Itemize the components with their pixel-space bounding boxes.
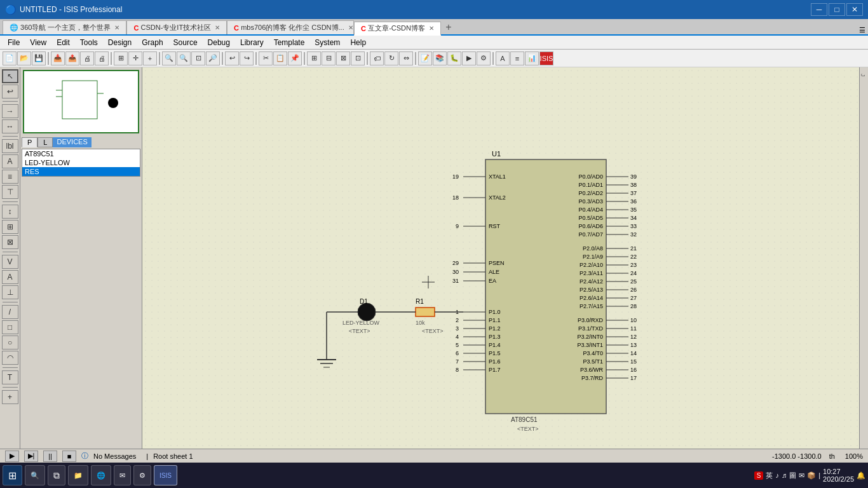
notification-button[interactable]: 🔔 (857, 471, 865, 480)
wire-tool[interactable]: ⊤ (2, 185, 18, 199)
open-button[interactable]: 📂 (17, 51, 31, 65)
zoom-all-button[interactable]: ⊡ (191, 51, 205, 65)
device-tab-l[interactable]: L (37, 137, 53, 147)
menu-debug[interactable]: Debug (203, 37, 235, 48)
current-tool[interactable]: A (2, 270, 18, 284)
tab-close-3[interactable]: ✕ (348, 24, 353, 31)
stop-button[interactable]: ■ (62, 451, 76, 462)
menu-template[interactable]: Template (269, 37, 310, 48)
tag-btn[interactable]: 🏷 (370, 51, 384, 65)
print-button[interactable]: 🖨 (80, 51, 94, 65)
rotate-btn[interactable]: ↻ (384, 51, 398, 65)
library-btn[interactable]: 📚 (433, 51, 447, 65)
line-tool[interactable]: / (2, 305, 18, 319)
power-tool[interactable]: ⊥ (2, 285, 18, 299)
new-tab-button[interactable]: + (441, 20, 456, 34)
voltage-tool[interactable]: V (2, 255, 18, 269)
sound-icon[interactable]: ♪ (775, 471, 779, 479)
menu-edit[interactable]: Edit (51, 37, 75, 48)
devices-label[interactable]: DEVICES (53, 137, 91, 147)
select-tool[interactable]: ↖ (2, 69, 18, 83)
block-btn1[interactable]: ⊞ (307, 51, 321, 65)
export-button[interactable]: 📤 (65, 51, 79, 65)
menu-design[interactable]: Design (103, 37, 137, 48)
search-button[interactable]: 🔍 (25, 465, 45, 485)
play-button[interactable]: ▶ (5, 451, 19, 462)
tab-close-1[interactable]: ✕ (114, 24, 119, 31)
device-tab-p[interactable]: P (22, 137, 37, 147)
new-button[interactable]: 📄 (3, 51, 17, 65)
browser-tab-1[interactable]: 🌐 360导航 一个主页，整个世界 ✕ (3, 20, 126, 34)
zoom-out-button[interactable]: 🔍 (177, 51, 191, 65)
zoom-in-button[interactable]: 🔍 (162, 51, 176, 65)
device-item-res[interactable]: RES (22, 167, 140, 176)
right-panel-label[interactable]: J (860, 74, 866, 77)
text2-tool[interactable]: T (2, 370, 18, 384)
device-item-at89c51[interactable]: AT89C51 (22, 149, 140, 158)
circle-tool[interactable]: ○ (2, 336, 18, 349)
debug-btn[interactable]: 🐛 (447, 51, 461, 65)
symbol-tool[interactable]: + (2, 390, 18, 404)
import-button[interactable]: 📥 (51, 51, 65, 65)
browser-button[interactable]: 🌐 (91, 465, 111, 485)
bus-tool[interactable]: ≡ (2, 170, 18, 184)
paste-button[interactable]: 📌 (288, 51, 302, 65)
component-tool[interactable]: → (2, 104, 18, 118)
netlist-btn[interactable]: ≡ (510, 51, 524, 65)
arc-tool[interactable]: ◠ (2, 351, 18, 365)
browser-tab-4[interactable]: C 互文章-CSDN博客 ✕ (354, 22, 441, 36)
bom-btn[interactable]: 📊 (525, 51, 539, 65)
browser-settings-icon[interactable]: ☰ (859, 26, 865, 34)
junction-tool[interactable]: ↔ (2, 119, 18, 133)
plus-button[interactable]: + (143, 51, 157, 65)
minimize-button[interactable]: ─ (811, 3, 827, 16)
taskview-button[interactable]: ⧉ (48, 465, 65, 485)
sim-btn[interactable]: ▶ (462, 51, 476, 65)
menu-source[interactable]: Source (168, 37, 203, 48)
block-btn4[interactable]: ⊡ (351, 51, 365, 65)
keyboard-icon[interactable]: 圖 (789, 471, 796, 480)
maximize-button[interactable]: □ (829, 3, 845, 16)
canvas-area[interactable]: U1 19 XTAL1 18 XTAL2 9 RST 29 PSEN 30 AL… (142, 67, 859, 449)
menu-file[interactable]: File (3, 37, 25, 48)
label-tool[interactable]: lbl (2, 139, 18, 153)
print2-button[interactable]: 🖨 (95, 51, 109, 65)
menu-graph[interactable]: Graph (137, 37, 168, 48)
menu-library[interactable]: Library (235, 37, 269, 48)
copy-button[interactable]: 📋 (273, 51, 287, 65)
mirror-btn[interactable]: ⇔ (399, 51, 413, 65)
menu-system[interactable]: System (309, 37, 345, 48)
tape-tool[interactable]: ⊞ (2, 220, 18, 234)
block-btn2[interactable]: ⊟ (322, 51, 336, 65)
menu-help[interactable]: Help (345, 37, 371, 48)
step-button[interactable]: || (43, 451, 57, 462)
block-btn3[interactable]: ⊠ (336, 51, 350, 65)
browser-tab-3[interactable]: C mbs706的博客 化作尘 CSDN博... ✕ (227, 20, 354, 34)
undo-tool[interactable]: ↩ (2, 85, 18, 98)
redo-button[interactable]: ↪ (240, 51, 254, 65)
tab-close-2[interactable]: ✕ (215, 24, 220, 31)
box-tool[interactable]: □ (2, 320, 18, 334)
generator-tool[interactable]: ⊠ (2, 235, 18, 249)
text-tool[interactable]: A (2, 154, 18, 168)
run-btn[interactable]: ⚙ (477, 51, 491, 65)
play2-button[interactable]: ▶| (24, 451, 38, 462)
save-button[interactable]: 💾 (32, 51, 46, 65)
settings-button[interactable]: ⚙ (133, 465, 151, 485)
tab-close-4[interactable]: ✕ (429, 25, 434, 32)
probe-tool[interactable]: ↕ (2, 205, 18, 219)
property-btn[interactable]: 📝 (418, 51, 432, 65)
mail-icon[interactable]: ✉ (799, 471, 804, 480)
annotate-btn[interactable]: A (496, 51, 510, 65)
menu-tools[interactable]: Tools (75, 37, 103, 48)
start-button[interactable]: ⊞ (3, 465, 22, 485)
pcb-btn[interactable]: ISIS (539, 51, 553, 65)
origin-button[interactable]: ✛ (128, 51, 142, 65)
email-button[interactable]: ✉ (114, 465, 131, 485)
ime-label[interactable]: 英 (766, 471, 773, 480)
browser-tab-2[interactable]: C CSDN-专业IT技术社区 ✕ (126, 20, 227, 34)
zoom-area-button[interactable]: 🔎 (206, 51, 220, 65)
isis-taskbar-button[interactable]: ISIS (154, 465, 177, 485)
undo-button[interactable]: ↩ (225, 51, 239, 65)
cut-button[interactable]: ✂ (259, 51, 273, 65)
